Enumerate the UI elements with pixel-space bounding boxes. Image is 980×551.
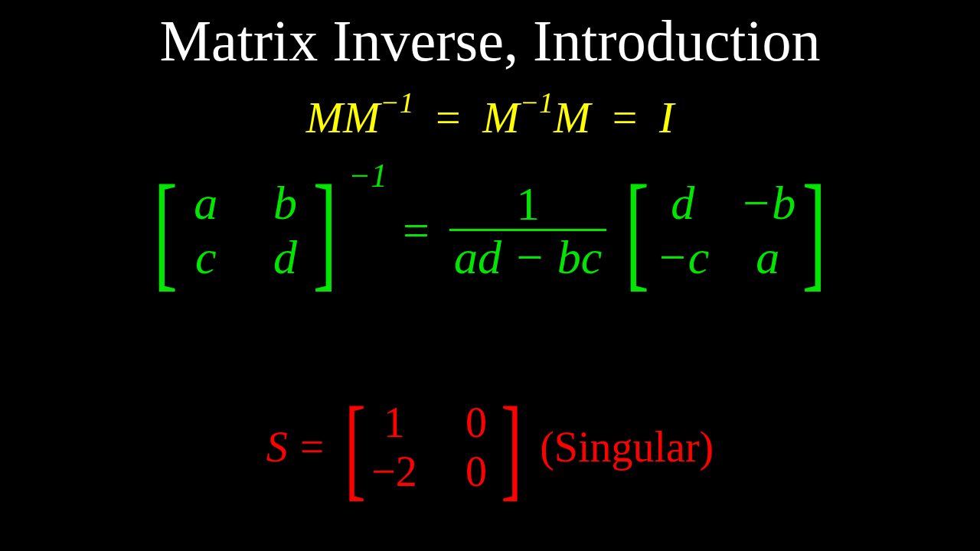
cell-a: a <box>185 176 227 230</box>
slide-title: Matrix Inverse, Introduction <box>0 8 980 74</box>
cell-0: 0 <box>457 398 495 447</box>
sym-I: I <box>659 93 674 142</box>
cell-1: 1 <box>371 398 417 447</box>
denominator-det: ad − bc <box>454 231 602 283</box>
label-singular: (Singular) <box>540 422 714 471</box>
right-bracket-icon: ] <box>802 180 826 282</box>
equation-2x2-inverse-formula: [ a b c d ] −1 = 1 ad − bc [ d −b −c <box>0 176 980 285</box>
equals-sign: = <box>612 93 638 142</box>
sup-neg1: −1 <box>380 86 413 119</box>
slide: Matrix Inverse, Introduction MM−1 = M−1M… <box>0 0 980 551</box>
sym-M: M <box>306 93 343 142</box>
cell-d: d <box>264 230 307 285</box>
cell-d: d <box>656 176 709 230</box>
sym-S: S <box>266 422 288 471</box>
cell-b: b <box>264 176 307 230</box>
sym-M: M <box>482 93 519 142</box>
equation-inverse-definition: MM−1 = M−1M = I <box>0 90 980 143</box>
left-bracket-icon: [ <box>626 180 649 282</box>
cell-neg2: −2 <box>371 447 417 496</box>
equals-sign: = <box>300 422 325 471</box>
equation-singular-example: S = [ 1 0 −2 0 ] (Singular) <box>0 398 980 497</box>
right-bracket-icon: ] <box>501 403 521 492</box>
cell-a: a <box>740 230 795 285</box>
left-bracket-icon: [ <box>345 403 366 492</box>
equals-sign: = <box>403 204 430 258</box>
sup-neg1: −1 <box>348 156 387 194</box>
matrix-adjugate: [ d −b −c a ] <box>616 176 835 285</box>
fraction-one-over-det: 1 ad − bc <box>449 179 606 282</box>
equals-sign: = <box>436 93 461 142</box>
matrix-abcd-inverse: [ a b c d ] −1 <box>144 176 387 285</box>
left-bracket-icon: [ <box>154 180 178 282</box>
sym-M: M <box>554 93 590 142</box>
cell-negb: −b <box>740 176 795 230</box>
sup-neg1: −1 <box>520 86 554 119</box>
cell-negc: −c <box>656 230 709 285</box>
numerator-one: 1 <box>511 179 544 229</box>
matrix-abcd: a b c d <box>185 176 307 285</box>
matrix-S: [ 1 0 −2 0 ] <box>336 398 531 497</box>
cell-c: c <box>185 230 227 285</box>
right-bracket-icon: ] <box>313 180 337 282</box>
sym-M: M <box>343 93 380 142</box>
cell-0: 0 <box>457 447 495 496</box>
